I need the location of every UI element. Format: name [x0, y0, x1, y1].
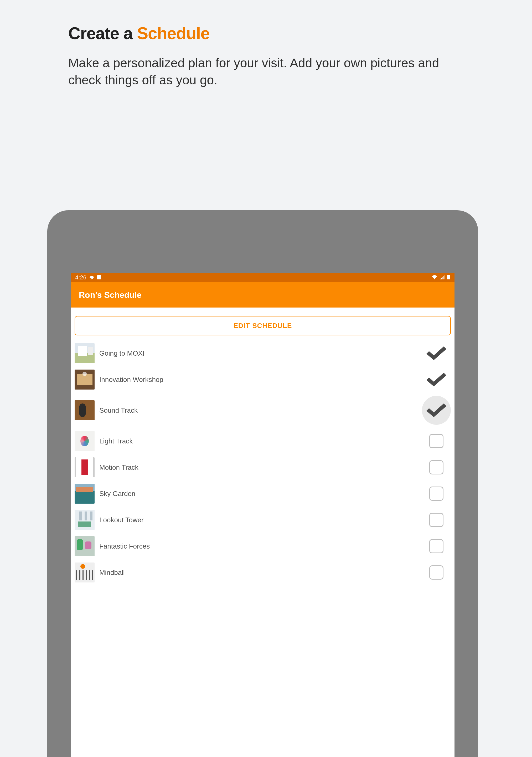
item-thumbnail	[74, 562, 95, 583]
checkbox-empty[interactable]	[429, 539, 443, 553]
schedule-row[interactable]: Sky Garden	[71, 480, 455, 507]
wifi-icon	[432, 274, 437, 281]
title-accent: Schedule	[137, 24, 210, 43]
item-check[interactable]	[422, 460, 451, 474]
page-subtitle: Make a personalized plan for your visit.…	[68, 55, 462, 89]
schedule-list: Going to MOXIInnovation WorkshopSound Tr…	[71, 340, 455, 757]
item-check[interactable]	[422, 487, 451, 501]
item-thumbnail	[74, 370, 95, 389]
checkbox-empty[interactable]	[429, 513, 443, 527]
schedule-row[interactable]: Sound Track	[71, 393, 455, 428]
checkmark-icon	[427, 373, 446, 386]
item-thumbnail	[74, 484, 95, 503]
page-title: Create a Schedule	[68, 24, 464, 43]
item-label: Sky Garden	[99, 490, 417, 498]
status-bar: 4:26	[71, 273, 455, 282]
tablet-frame: 4:26 Ron's Schedu	[47, 210, 478, 757]
app-screen: 4:26 Ron's Schedu	[71, 273, 455, 757]
item-label: Going to MOXI	[99, 349, 417, 357]
item-check[interactable]	[422, 373, 451, 386]
schedule-row[interactable]: Mindball	[71, 559, 455, 586]
bird-icon	[89, 274, 94, 281]
edit-schedule-button[interactable]: EDIT SCHEDULE	[74, 316, 451, 335]
item-label: Innovation Workshop	[99, 376, 417, 384]
app-bar-title: Ron's Schedule	[79, 290, 142, 300]
sd-card-icon	[97, 274, 101, 281]
item-thumbnail	[74, 510, 95, 530]
checkmark-icon	[427, 347, 446, 360]
schedule-row[interactable]: Light Track	[71, 428, 455, 454]
item-thumbnail	[74, 457, 95, 477]
checkbox-empty[interactable]	[429, 565, 443, 580]
checkbox-empty[interactable]	[429, 487, 443, 501]
schedule-row[interactable]: Going to MOXI	[71, 340, 455, 366]
checkbox-empty[interactable]	[429, 460, 443, 474]
item-check[interactable]	[422, 396, 451, 425]
item-label: Sound Track	[99, 407, 417, 414]
active-halo	[422, 396, 451, 425]
item-check[interactable]	[422, 347, 451, 360]
checkmark-icon	[427, 404, 446, 417]
item-thumbnail	[74, 431, 95, 451]
checkbox-empty[interactable]	[429, 434, 443, 448]
schedule-row[interactable]: Innovation Workshop	[71, 366, 455, 393]
item-thumbnail	[74, 343, 95, 363]
schedule-row[interactable]: Lookout Tower	[71, 507, 455, 533]
schedule-row[interactable]: Fantastic Forces	[71, 533, 455, 559]
schedule-row[interactable]: Motion Track	[71, 454, 455, 480]
item-thumbnail	[74, 400, 95, 420]
app-bar: Ron's Schedule	[71, 282, 455, 308]
item-check[interactable]	[422, 513, 451, 527]
item-label: Light Track	[99, 437, 417, 445]
item-label: Mindball	[99, 568, 417, 577]
item-label: Motion Track	[99, 464, 417, 471]
item-thumbnail	[74, 536, 95, 556]
item-check[interactable]	[422, 565, 451, 580]
item-check[interactable]	[422, 434, 451, 448]
status-time: 4:26	[75, 274, 86, 281]
item-label: Fantastic Forces	[99, 542, 417, 550]
item-label: Lookout Tower	[99, 516, 417, 524]
signal-icon	[440, 274, 445, 281]
item-check[interactable]	[422, 539, 451, 553]
battery-icon	[447, 274, 450, 281]
title-plain: Create a	[68, 24, 137, 43]
